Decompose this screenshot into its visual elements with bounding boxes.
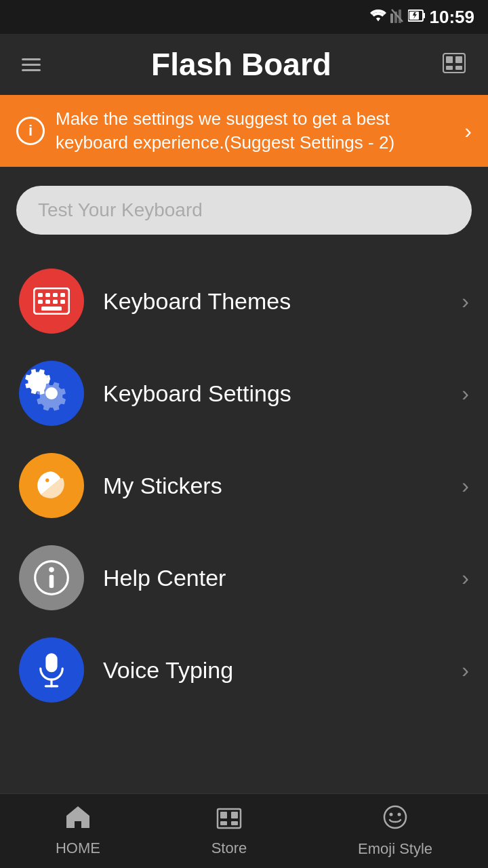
bottom-nav-store[interactable]: Store — [195, 800, 264, 863]
svg-rect-2 — [399, 9, 401, 23]
voice-typing-arrow: › — [462, 658, 469, 683]
info-icon — [33, 559, 70, 596]
svg-rect-9 — [455, 56, 462, 63]
stickers-icon-circle — [19, 453, 84, 518]
menu-line-3 — [22, 69, 41, 71]
menu-item-help-center[interactable]: Help Center › — [0, 532, 488, 624]
keyboard-icon — [33, 288, 70, 315]
voice-typing-icon-circle — [19, 637, 84, 703]
svg-rect-18 — [45, 300, 50, 304]
svg-rect-21 — [41, 307, 62, 311]
keyboard-themes-arrow: › — [462, 289, 469, 314]
svg-rect-20 — [60, 300, 65, 304]
svg-rect-30 — [220, 812, 227, 818]
stickers-icon — [34, 468, 69, 503]
menu-item-keyboard-settings[interactable]: Keyboard Settings › — [0, 347, 488, 439]
banner-arrow-icon: › — [464, 119, 472, 144]
keyboard-settings-icon-circle — [19, 361, 84, 426]
app-bar: Flash Board — [0, 34, 488, 95]
bottom-nav-emoji-style[interactable]: Emoji Style — [342, 799, 449, 863]
svg-point-35 — [390, 813, 393, 816]
svg-rect-15 — [53, 293, 58, 297]
svg-point-22 — [45, 479, 49, 482]
svg-rect-16 — [60, 293, 65, 297]
gear-icon-detail — [19, 361, 56, 397]
app-title: Flash Board — [151, 46, 331, 83]
svg-rect-31 — [231, 812, 238, 818]
svg-rect-24 — [49, 575, 54, 588]
info-circle: i — [16, 117, 45, 145]
status-icons: 10:59 — [370, 7, 475, 28]
status-bar: 10:59 — [0, 0, 488, 34]
keyboard-settings-label: Keyboard Settings — [103, 380, 443, 407]
help-center-icon-circle — [19, 545, 84, 610]
svg-rect-8 — [446, 56, 453, 63]
store-label: Store — [211, 840, 247, 857]
svg-rect-26 — [45, 653, 57, 672]
keyboard-themes-icon-circle — [19, 269, 84, 334]
svg-rect-14 — [45, 293, 50, 297]
menu-item-voice-typing[interactable]: Voice Typing › — [0, 624, 488, 716]
store-nav-icon — [216, 805, 242, 835]
microphone-icon — [37, 652, 66, 688]
banner-text: Make the settings we suggest to get a be… — [56, 107, 453, 155]
search-section — [0, 167, 488, 248]
keyboard-themes-label: Keyboard Themes — [103, 288, 443, 315]
menu-item-keyboard-themes[interactable]: Keyboard Themes › — [0, 255, 488, 347]
svg-rect-33 — [231, 821, 238, 825]
svg-rect-19 — [53, 300, 58, 304]
stickers-label: My Stickers — [103, 473, 443, 499]
signal-icon — [390, 8, 404, 26]
bottom-nav: HOME Store Emoji Style — [0, 793, 488, 868]
keyboard-settings-arrow: › — [462, 381, 469, 406]
home-icon — [65, 805, 91, 835]
menu-line-1 — [22, 58, 41, 60]
svg-rect-10 — [446, 66, 453, 70]
keyboard-test-input[interactable] — [16, 186, 472, 235]
help-center-label: Help Center — [103, 565, 443, 591]
wifi-icon — [370, 9, 386, 25]
menu-button[interactable] — [16, 53, 46, 77]
home-label: HOME — [56, 840, 100, 857]
svg-point-25 — [49, 568, 54, 573]
svg-rect-11 — [455, 66, 462, 70]
menu-line-2 — [22, 64, 41, 66]
emoji-style-label: Emoji Style — [358, 840, 432, 858]
battery-icon — [408, 8, 426, 26]
svg-rect-13 — [38, 293, 43, 297]
suggestion-banner[interactable]: i Make the settings we suggest to get a … — [0, 95, 488, 167]
stickers-arrow: › — [462, 473, 469, 498]
menu-item-my-stickers[interactable]: My Stickers › — [0, 439, 488, 532]
svg-rect-32 — [220, 821, 227, 825]
voice-typing-label: Voice Typing — [103, 657, 443, 684]
status-time: 10:59 — [430, 7, 475, 28]
svg-point-36 — [398, 813, 401, 816]
svg-rect-0 — [390, 14, 393, 23]
menu-list: Keyboard Themes › Keyboard Settings › — [0, 248, 488, 723]
help-center-arrow: › — [462, 566, 469, 591]
svg-rect-5 — [423, 13, 425, 18]
bottom-nav-home[interactable]: HOME — [39, 800, 117, 863]
svg-rect-17 — [38, 300, 43, 304]
store-button[interactable] — [436, 45, 472, 83]
emoji-icon — [382, 804, 408, 836]
svg-point-34 — [384, 806, 406, 828]
